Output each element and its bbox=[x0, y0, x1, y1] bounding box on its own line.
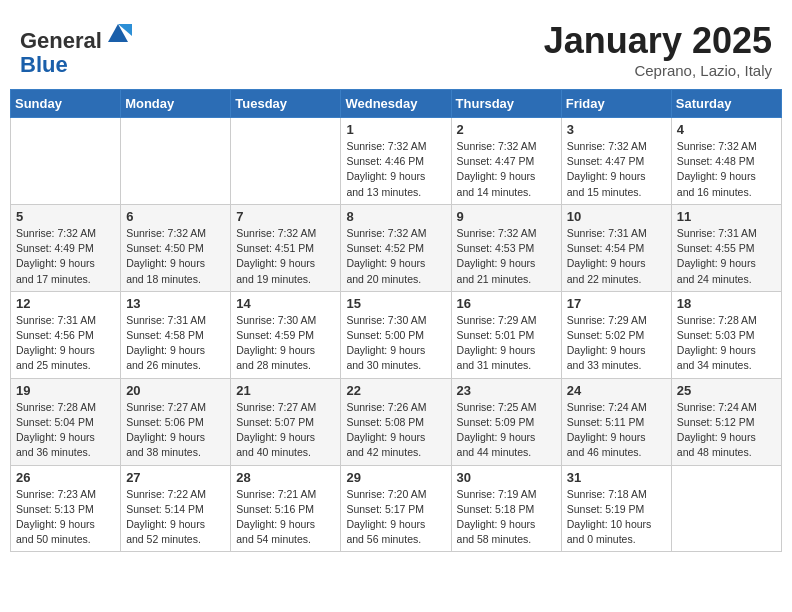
day-info: Sunrise: 7:27 AM Sunset: 5:06 PM Dayligh… bbox=[126, 400, 225, 461]
calendar-day-cell bbox=[11, 118, 121, 205]
calendar-table: SundayMondayTuesdayWednesdayThursdayFrid… bbox=[10, 89, 782, 552]
calendar-day-cell: 30Sunrise: 7:19 AM Sunset: 5:18 PM Dayli… bbox=[451, 465, 561, 552]
weekday-header-saturday: Saturday bbox=[671, 90, 781, 118]
calendar-day-cell: 7Sunrise: 7:32 AM Sunset: 4:51 PM Daylig… bbox=[231, 204, 341, 291]
day-number: 13 bbox=[126, 296, 225, 311]
weekday-header-friday: Friday bbox=[561, 90, 671, 118]
day-number: 22 bbox=[346, 383, 445, 398]
calendar-day-cell: 22Sunrise: 7:26 AM Sunset: 5:08 PM Dayli… bbox=[341, 378, 451, 465]
calendar-week-row: 1Sunrise: 7:32 AM Sunset: 4:46 PM Daylig… bbox=[11, 118, 782, 205]
calendar-day-cell bbox=[121, 118, 231, 205]
logo-general: General bbox=[20, 28, 102, 53]
day-info: Sunrise: 7:32 AM Sunset: 4:53 PM Dayligh… bbox=[457, 226, 556, 287]
day-info: Sunrise: 7:32 AM Sunset: 4:48 PM Dayligh… bbox=[677, 139, 776, 200]
calendar-day-cell: 10Sunrise: 7:31 AM Sunset: 4:54 PM Dayli… bbox=[561, 204, 671, 291]
calendar-day-cell: 6Sunrise: 7:32 AM Sunset: 4:50 PM Daylig… bbox=[121, 204, 231, 291]
day-number: 16 bbox=[457, 296, 556, 311]
calendar-day-cell: 17Sunrise: 7:29 AM Sunset: 5:02 PM Dayli… bbox=[561, 291, 671, 378]
day-number: 20 bbox=[126, 383, 225, 398]
calendar-day-cell: 23Sunrise: 7:25 AM Sunset: 5:09 PM Dayli… bbox=[451, 378, 561, 465]
day-info: Sunrise: 7:24 AM Sunset: 5:11 PM Dayligh… bbox=[567, 400, 666, 461]
weekday-header-thursday: Thursday bbox=[451, 90, 561, 118]
calendar-day-cell: 16Sunrise: 7:29 AM Sunset: 5:01 PM Dayli… bbox=[451, 291, 561, 378]
day-number: 21 bbox=[236, 383, 335, 398]
day-info: Sunrise: 7:30 AM Sunset: 4:59 PM Dayligh… bbox=[236, 313, 335, 374]
day-info: Sunrise: 7:32 AM Sunset: 4:47 PM Dayligh… bbox=[567, 139, 666, 200]
day-number: 26 bbox=[16, 470, 115, 485]
day-number: 15 bbox=[346, 296, 445, 311]
day-number: 28 bbox=[236, 470, 335, 485]
day-info: Sunrise: 7:28 AM Sunset: 5:04 PM Dayligh… bbox=[16, 400, 115, 461]
calendar-day-cell: 18Sunrise: 7:28 AM Sunset: 5:03 PM Dayli… bbox=[671, 291, 781, 378]
calendar-day-cell: 15Sunrise: 7:30 AM Sunset: 5:00 PM Dayli… bbox=[341, 291, 451, 378]
day-info: Sunrise: 7:31 AM Sunset: 4:56 PM Dayligh… bbox=[16, 313, 115, 374]
day-info: Sunrise: 7:22 AM Sunset: 5:14 PM Dayligh… bbox=[126, 487, 225, 548]
day-info: Sunrise: 7:32 AM Sunset: 4:49 PM Dayligh… bbox=[16, 226, 115, 287]
day-info: Sunrise: 7:32 AM Sunset: 4:47 PM Dayligh… bbox=[457, 139, 556, 200]
calendar-day-cell: 8Sunrise: 7:32 AM Sunset: 4:52 PM Daylig… bbox=[341, 204, 451, 291]
day-number: 10 bbox=[567, 209, 666, 224]
day-info: Sunrise: 7:32 AM Sunset: 4:51 PM Dayligh… bbox=[236, 226, 335, 287]
day-number: 18 bbox=[677, 296, 776, 311]
calendar-day-cell: 28Sunrise: 7:21 AM Sunset: 5:16 PM Dayli… bbox=[231, 465, 341, 552]
day-number: 6 bbox=[126, 209, 225, 224]
calendar-week-row: 26Sunrise: 7:23 AM Sunset: 5:13 PM Dayli… bbox=[11, 465, 782, 552]
day-number: 11 bbox=[677, 209, 776, 224]
day-info: Sunrise: 7:30 AM Sunset: 5:00 PM Dayligh… bbox=[346, 313, 445, 374]
day-info: Sunrise: 7:31 AM Sunset: 4:58 PM Dayligh… bbox=[126, 313, 225, 374]
day-info: Sunrise: 7:32 AM Sunset: 4:50 PM Dayligh… bbox=[126, 226, 225, 287]
day-info: Sunrise: 7:18 AM Sunset: 5:19 PM Dayligh… bbox=[567, 487, 666, 548]
calendar-day-cell: 25Sunrise: 7:24 AM Sunset: 5:12 PM Dayli… bbox=[671, 378, 781, 465]
calendar-day-cell: 13Sunrise: 7:31 AM Sunset: 4:58 PM Dayli… bbox=[121, 291, 231, 378]
calendar-day-cell: 19Sunrise: 7:28 AM Sunset: 5:04 PM Dayli… bbox=[11, 378, 121, 465]
day-info: Sunrise: 7:27 AM Sunset: 5:07 PM Dayligh… bbox=[236, 400, 335, 461]
day-info: Sunrise: 7:29 AM Sunset: 5:01 PM Dayligh… bbox=[457, 313, 556, 374]
month-title: January 2025 bbox=[544, 20, 772, 62]
calendar-day-cell: 20Sunrise: 7:27 AM Sunset: 5:06 PM Dayli… bbox=[121, 378, 231, 465]
day-info: Sunrise: 7:19 AM Sunset: 5:18 PM Dayligh… bbox=[457, 487, 556, 548]
day-number: 25 bbox=[677, 383, 776, 398]
day-number: 1 bbox=[346, 122, 445, 137]
day-number: 8 bbox=[346, 209, 445, 224]
day-info: Sunrise: 7:26 AM Sunset: 5:08 PM Dayligh… bbox=[346, 400, 445, 461]
day-info: Sunrise: 7:32 AM Sunset: 4:46 PM Dayligh… bbox=[346, 139, 445, 200]
weekday-header-monday: Monday bbox=[121, 90, 231, 118]
day-info: Sunrise: 7:31 AM Sunset: 4:54 PM Dayligh… bbox=[567, 226, 666, 287]
day-info: Sunrise: 7:32 AM Sunset: 4:52 PM Dayligh… bbox=[346, 226, 445, 287]
day-number: 4 bbox=[677, 122, 776, 137]
day-info: Sunrise: 7:28 AM Sunset: 5:03 PM Dayligh… bbox=[677, 313, 776, 374]
calendar-day-cell: 21Sunrise: 7:27 AM Sunset: 5:07 PM Dayli… bbox=[231, 378, 341, 465]
calendar-week-row: 5Sunrise: 7:32 AM Sunset: 4:49 PM Daylig… bbox=[11, 204, 782, 291]
calendar-day-cell: 14Sunrise: 7:30 AM Sunset: 4:59 PM Dayli… bbox=[231, 291, 341, 378]
logo-icon bbox=[104, 20, 132, 48]
day-number: 29 bbox=[346, 470, 445, 485]
calendar-day-cell: 2Sunrise: 7:32 AM Sunset: 4:47 PM Daylig… bbox=[451, 118, 561, 205]
day-number: 19 bbox=[16, 383, 115, 398]
calendar-week-row: 12Sunrise: 7:31 AM Sunset: 4:56 PM Dayli… bbox=[11, 291, 782, 378]
day-info: Sunrise: 7:25 AM Sunset: 5:09 PM Dayligh… bbox=[457, 400, 556, 461]
day-info: Sunrise: 7:21 AM Sunset: 5:16 PM Dayligh… bbox=[236, 487, 335, 548]
logo: General Blue bbox=[20, 20, 132, 77]
weekday-header-wednesday: Wednesday bbox=[341, 90, 451, 118]
calendar-day-cell: 5Sunrise: 7:32 AM Sunset: 4:49 PM Daylig… bbox=[11, 204, 121, 291]
weekday-header-tuesday: Tuesday bbox=[231, 90, 341, 118]
calendar-day-cell: 3Sunrise: 7:32 AM Sunset: 4:47 PM Daylig… bbox=[561, 118, 671, 205]
calendar-day-cell: 26Sunrise: 7:23 AM Sunset: 5:13 PM Dayli… bbox=[11, 465, 121, 552]
day-number: 3 bbox=[567, 122, 666, 137]
weekday-header-sunday: Sunday bbox=[11, 90, 121, 118]
day-info: Sunrise: 7:29 AM Sunset: 5:02 PM Dayligh… bbox=[567, 313, 666, 374]
calendar-day-cell: 4Sunrise: 7:32 AM Sunset: 4:48 PM Daylig… bbox=[671, 118, 781, 205]
calendar-day-cell: 1Sunrise: 7:32 AM Sunset: 4:46 PM Daylig… bbox=[341, 118, 451, 205]
day-number: 17 bbox=[567, 296, 666, 311]
day-number: 30 bbox=[457, 470, 556, 485]
day-number: 14 bbox=[236, 296, 335, 311]
calendar-day-cell: 24Sunrise: 7:24 AM Sunset: 5:11 PM Dayli… bbox=[561, 378, 671, 465]
day-info: Sunrise: 7:23 AM Sunset: 5:13 PM Dayligh… bbox=[16, 487, 115, 548]
weekday-header-row: SundayMondayTuesdayWednesdayThursdayFrid… bbox=[11, 90, 782, 118]
calendar-day-cell bbox=[671, 465, 781, 552]
day-number: 9 bbox=[457, 209, 556, 224]
calendar-day-cell: 11Sunrise: 7:31 AM Sunset: 4:55 PM Dayli… bbox=[671, 204, 781, 291]
day-number: 24 bbox=[567, 383, 666, 398]
calendar-day-cell: 9Sunrise: 7:32 AM Sunset: 4:53 PM Daylig… bbox=[451, 204, 561, 291]
calendar-week-row: 19Sunrise: 7:28 AM Sunset: 5:04 PM Dayli… bbox=[11, 378, 782, 465]
